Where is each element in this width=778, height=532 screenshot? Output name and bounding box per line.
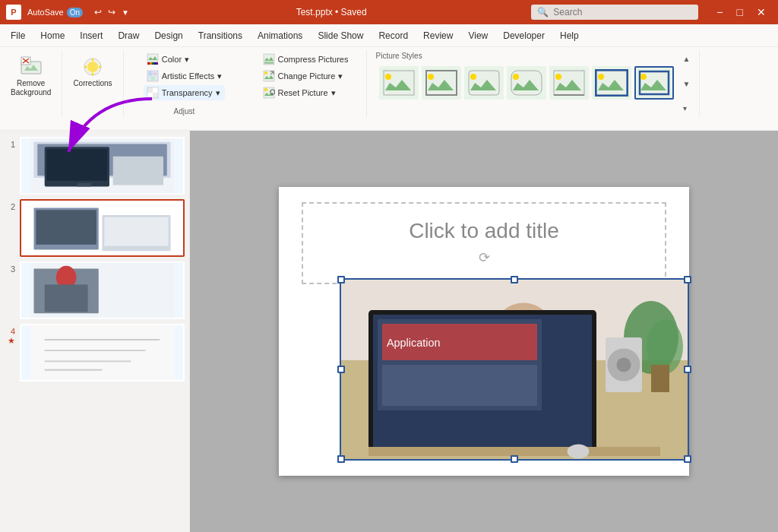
picture-style-7[interactable] [634, 66, 674, 100]
change-picture-button[interactable]: Change Picture ▾ [260, 68, 352, 84]
artistic-effects-button[interactable]: Artistic Effects ▾ [144, 68, 225, 84]
menu-record[interactable]: Record [371, 27, 416, 44]
slide-thumb-1[interactable] [20, 137, 185, 195]
menu-slideshow[interactable]: Slide Show [310, 27, 371, 44]
change-picture-icon [263, 70, 275, 82]
minimize-button[interactable]: − [710, 6, 729, 18]
slide-num-4: 4★ [5, 324, 15, 346]
svg-text:Application: Application [387, 337, 440, 349]
title-bar: P AutoSave On ↩ ↪ ▼ Test.pptx • Saved 🔍 … [0, 0, 778, 24]
remove-background-button[interactable]: RemoveBackground [6, 52, 55, 100]
menu-help[interactable]: Help [552, 27, 587, 44]
slide-num-1: 1 [5, 137, 15, 149]
slide2-preview [21, 201, 183, 255]
menu-developer[interactable]: Developer [495, 27, 552, 44]
slide-item-2[interactable]: 2 [5, 199, 185, 257]
compress-icon [263, 53, 275, 65]
menu-review[interactable]: Review [416, 27, 460, 44]
svg-rect-14 [152, 62, 154, 65]
slide-item-1[interactable]: 1 [5, 137, 185, 195]
color-button[interactable]: Color ▾ [144, 52, 225, 67]
main-content: 1 2 [0, 131, 778, 532]
autosave-toggle[interactable]: On [67, 8, 83, 17]
svg-rect-25 [153, 93, 158, 98]
ribbon-group-adjust2: Compress Pictures Change Picture [245, 50, 367, 117]
menu-design[interactable]: Design [147, 27, 190, 44]
slide-thumb-4[interactable] [20, 324, 185, 382]
slide-item-3[interactable]: 3 [5, 261, 185, 319]
picture-style-4[interactable] [507, 66, 546, 100]
title-placeholder[interactable]: Click to add title ⟳ [302, 202, 666, 284]
canvas-area: Click to add title ⟳ [190, 131, 778, 532]
compress-pictures-button[interactable]: Compress Pictures [260, 52, 352, 67]
redo-icon[interactable]: ↪ [106, 7, 118, 17]
image-container[interactable]: Application [340, 278, 689, 461]
artistic-effects-icon [147, 70, 159, 82]
maximize-button[interactable]: □ [731, 6, 749, 18]
ribbon-group-adjust: Color ▾ Artistic Effects ▾ [124, 50, 245, 117]
picture-style-1[interactable] [379, 66, 419, 100]
artistic-effects-arrow: ▾ [217, 71, 222, 81]
change-picture-arrow: ▾ [338, 71, 343, 81]
picture-style-5[interactable] [549, 66, 589, 100]
search-input[interactable] [553, 7, 675, 17]
svg-point-31 [264, 88, 267, 91]
menu-transitions[interactable]: Transitions [191, 27, 250, 44]
search-bar[interactable]: 🔍 [531, 5, 698, 20]
adjust-items-col: Color ▾ Artistic Effects ▾ [144, 52, 225, 100]
scroll-up-btn[interactable]: ▲ [682, 53, 692, 65]
handle-top-right[interactable] [684, 276, 691, 283]
svg-point-45 [598, 74, 604, 80]
menu-view[interactable]: View [460, 27, 495, 44]
color-arrow: ▾ [185, 55, 189, 65]
handle-middle-left[interactable] [337, 366, 345, 373]
menu-home[interactable]: Home [33, 27, 72, 44]
svg-rect-76 [651, 365, 669, 392]
svg-rect-56 [113, 157, 163, 185]
slide-thumb-2[interactable] [20, 199, 185, 257]
svg-point-36 [428, 74, 434, 80]
slide-thumb-3[interactable] [20, 261, 185, 319]
svg-rect-54 [47, 149, 108, 181]
autosave-area: AutoSave On [27, 8, 83, 17]
svg-rect-61 [104, 217, 168, 246]
transparency-button[interactable]: Transparency ▾ [144, 85, 225, 100]
picture-style-6[interactable] [592, 66, 631, 100]
scroll-expand-btn[interactable]: ▾ [682, 103, 692, 114]
ribbon-scroll-col: ▲ ▼ ▾ [680, 52, 694, 116]
handle-middle-right[interactable] [684, 366, 691, 373]
picture-style-3[interactable] [464, 66, 504, 100]
menu-animations[interactable]: Animations [250, 27, 310, 44]
slide-item-4[interactable]: 4★ [5, 324, 185, 382]
close-button[interactable]: ✕ [751, 6, 772, 18]
undo-icon[interactable]: ↩ [92, 7, 104, 17]
reset-picture-icon [263, 87, 275, 99]
reset-picture-button[interactable]: Reset Picture ▾ [260, 85, 352, 100]
handle-top-center[interactable] [511, 276, 518, 283]
ribbon-group-corrections: Corrections [62, 50, 123, 117]
slide-num-2: 2 [5, 199, 15, 211]
autosave-label: AutoSave [27, 8, 64, 17]
ribbon-content: RemoveBackground Corrections [0, 47, 778, 130]
corrections-button[interactable]: Corrections [68, 52, 116, 90]
transparency-arrow: ▾ [216, 88, 220, 98]
scroll-down-btn[interactable]: ▼ [682, 78, 692, 90]
menu-draw[interactable]: Draw [110, 27, 147, 44]
handle-top-left[interactable] [337, 276, 345, 283]
menu-insert[interactable]: Insert [72, 27, 110, 44]
handle-bottom-center[interactable] [511, 455, 518, 463]
transparency-label: Transparency [162, 88, 213, 97]
svg-point-48 [640, 74, 647, 80]
svg-rect-15 [154, 62, 156, 65]
handle-bottom-left[interactable] [337, 455, 345, 463]
svg-rect-12 [147, 62, 150, 65]
slide3-preview [21, 263, 183, 318]
image-placeholder: Application [341, 280, 688, 459]
svg-point-34 [385, 74, 391, 80]
menu-file[interactable]: File [3, 27, 33, 44]
quick-access-more[interactable]: ▼ [119, 8, 131, 17]
reset-picture-arrow: ▾ [331, 88, 336, 98]
slide4-preview [21, 325, 183, 380]
handle-bottom-right[interactable] [684, 455, 691, 463]
picture-style-2[interactable] [422, 66, 461, 100]
